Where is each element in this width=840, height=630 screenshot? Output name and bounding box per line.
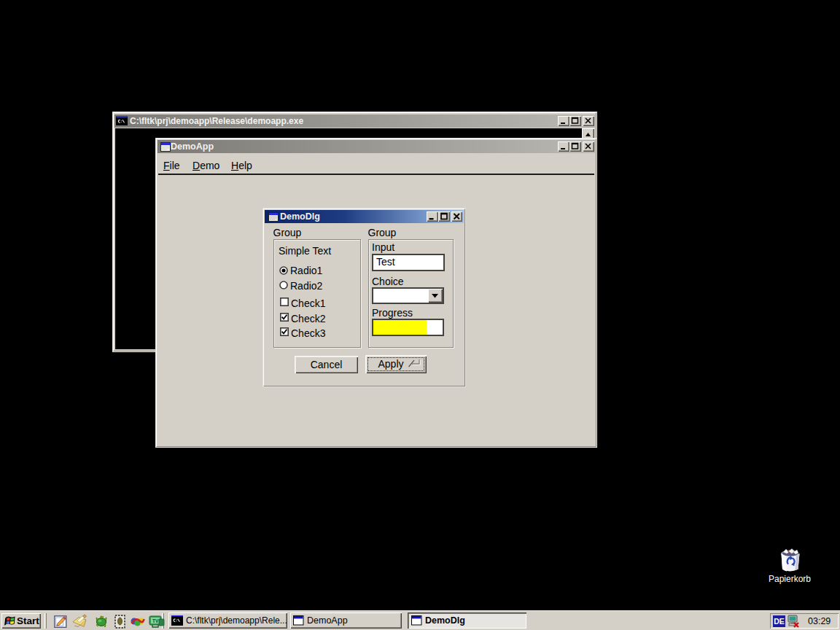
svg-text:TV: TV [152,618,159,623]
